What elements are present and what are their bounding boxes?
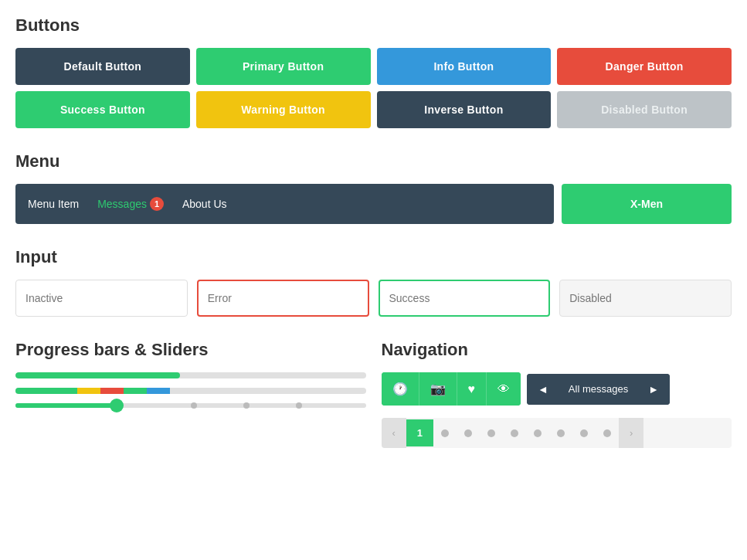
success-input[interactable]: [379, 280, 551, 317]
slider-fill: [15, 403, 114, 408]
danger-button[interactable]: Danger Button: [557, 48, 732, 85]
camera-icon-button[interactable]: 📷: [419, 372, 457, 406]
menu-item[interactable]: Menu Item: [28, 198, 79, 210]
page-dot-4[interactable]: [503, 422, 526, 445]
slider-thumb[interactable]: [110, 399, 124, 412]
next-button[interactable]: ►: [637, 374, 670, 405]
all-messages-label: All messages: [559, 383, 637, 395]
buttons-section: Buttons Default Button Primary Button In…: [15, 15, 732, 128]
seg-blue: [147, 388, 170, 394]
page-dot-6[interactable]: [549, 422, 572, 445]
warning-button[interactable]: Warning Button: [196, 91, 371, 128]
input-title: Input: [15, 247, 732, 267]
nav-icon-bar: 🕐 📷 ♥ 👁 ◄ All messages ►: [382, 372, 732, 406]
disabled-button: Disabled Button: [557, 91, 732, 128]
page-dot-2[interactable]: [457, 422, 480, 445]
menu-about[interactable]: About Us: [182, 198, 227, 210]
clock-icon-button[interactable]: 🕐: [382, 372, 419, 406]
page-dot-8[interactable]: [596, 422, 619, 445]
primary-button[interactable]: Primary Button: [196, 48, 371, 85]
nav-icon-group: 🕐 📷 ♥ 👁: [382, 372, 521, 406]
eye-icon-button[interactable]: 👁: [487, 372, 521, 406]
page-next-button[interactable]: ›: [619, 418, 643, 448]
slider-container: [15, 403, 366, 408]
slider-dot-2: [243, 402, 250, 409]
seg-red: [100, 388, 124, 394]
inactive-input[interactable]: [15, 280, 188, 317]
page-dot-5[interactable]: [526, 422, 549, 445]
progress-title: Progress bars & Sliders: [15, 340, 366, 360]
menu-title: Menu: [15, 151, 732, 171]
default-button[interactable]: Default Button: [15, 48, 190, 85]
nav-prev-next: ◄ All messages ►: [527, 374, 670, 405]
seg-yellow: [77, 388, 100, 394]
seg-green: [15, 388, 77, 394]
heart-icon-button[interactable]: ♥: [457, 372, 487, 406]
progress-fill-1: [15, 372, 180, 378]
progress-section: Progress bars & Sliders: [15, 340, 366, 448]
pagination-bar: ‹ 1 ›: [382, 418, 732, 448]
disabled-input: [559, 280, 732, 317]
menu-bar: Menu Item Messages 1 About Us: [15, 184, 554, 224]
progress-bar-2: [15, 388, 366, 394]
bottom-section: Progress bars & Sliders: [15, 340, 732, 448]
buttons-grid: Default Button Primary Button Info Butto…: [15, 48, 732, 128]
navigation-section: Navigation 🕐 📷 ♥ 👁 ◄ All messages ► ‹ 1: [382, 340, 732, 448]
prev-button[interactable]: ◄: [527, 374, 559, 405]
seg-green2: [124, 388, 147, 394]
success-button[interactable]: Success Button: [15, 91, 190, 128]
messages-badge: 1: [150, 197, 164, 211]
error-input[interactable]: [197, 280, 369, 317]
slider-dot-3: [296, 402, 302, 409]
inverse-button[interactable]: Inverse Button: [377, 91, 552, 128]
navigation-title: Navigation: [382, 340, 732, 360]
input-grid: [15, 280, 732, 317]
menu-section: Menu Menu Item Messages 1 About Us X-Men: [15, 151, 732, 224]
slider-dot-1: [191, 402, 197, 409]
page-dot-7[interactable]: [572, 422, 596, 445]
messages-label: Messages: [97, 198, 147, 210]
menu-row: Menu Item Messages 1 About Us X-Men: [15, 184, 732, 224]
info-button[interactable]: Info Button: [377, 48, 552, 85]
page-prev-button[interactable]: ‹: [382, 418, 406, 448]
menu-messages[interactable]: Messages 1: [97, 197, 164, 211]
progress-striped-inner: [15, 388, 170, 394]
page-1[interactable]: 1: [406, 419, 433, 446]
xmen-button[interactable]: X-Men: [562, 184, 732, 224]
progress-bar-1: [15, 372, 366, 378]
page-dot-3[interactable]: [480, 422, 503, 445]
buttons-title: Buttons: [15, 15, 732, 36]
slider-track: [15, 403, 366, 408]
input-section: Input: [15, 247, 732, 317]
page-dot-1[interactable]: [433, 422, 457, 445]
